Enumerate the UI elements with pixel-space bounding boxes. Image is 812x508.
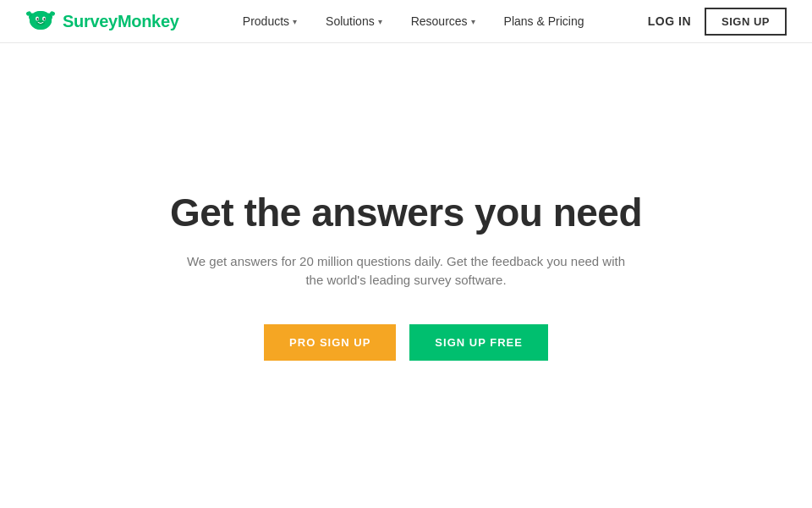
nav-item-products[interactable]: Products ▾ — [231, 9, 309, 33]
cta-buttons: PRO SIGN UP SIGN UP FREE — [264, 324, 548, 361]
nav-item-resources[interactable]: Resources ▾ — [399, 9, 487, 33]
nav-resources-label: Resources — [411, 14, 468, 28]
chevron-down-icon: ▾ — [378, 17, 382, 26]
header-actions: LOG IN SIGN UP — [648, 8, 787, 36]
nav-item-plans-pricing[interactable]: Plans & Pricing — [492, 9, 596, 33]
free-signup-button[interactable]: SIGN UP FREE — [409, 324, 548, 361]
chevron-down-icon: ▾ — [293, 17, 297, 26]
main-nav: Products ▾ Solutions ▾ Resources ▾ Plans… — [231, 9, 596, 33]
hero-section: Get the answers you need We get answers … — [0, 43, 812, 508]
logo-text: SurveyMonkey — [63, 12, 179, 31]
hero-title: Get the answers you need — [170, 190, 642, 235]
pro-signup-button[interactable]: PRO SIGN UP — [264, 324, 396, 361]
site-header: SurveyMonkey Products ▾ Solutions ▾ Reso… — [0, 0, 812, 43]
surveymonkey-logo-icon — [25, 8, 56, 34]
nav-products-label: Products — [243, 14, 289, 28]
chevron-down-icon: ▾ — [471, 17, 475, 26]
nav-solutions-label: Solutions — [326, 14, 375, 28]
svg-point-8 — [37, 18, 39, 19]
logo-link[interactable]: SurveyMonkey — [25, 8, 179, 34]
nav-plans-label: Plans & Pricing — [504, 14, 584, 28]
signup-button[interactable]: SIGN UP — [705, 8, 787, 36]
svg-point-9 — [44, 18, 46, 19]
login-button[interactable]: LOG IN — [648, 14, 691, 28]
nav-item-solutions[interactable]: Solutions ▾ — [314, 9, 394, 33]
svg-point-10 — [36, 20, 45, 25]
hero-subtitle: We get answers for 20 million questions … — [186, 252, 626, 290]
